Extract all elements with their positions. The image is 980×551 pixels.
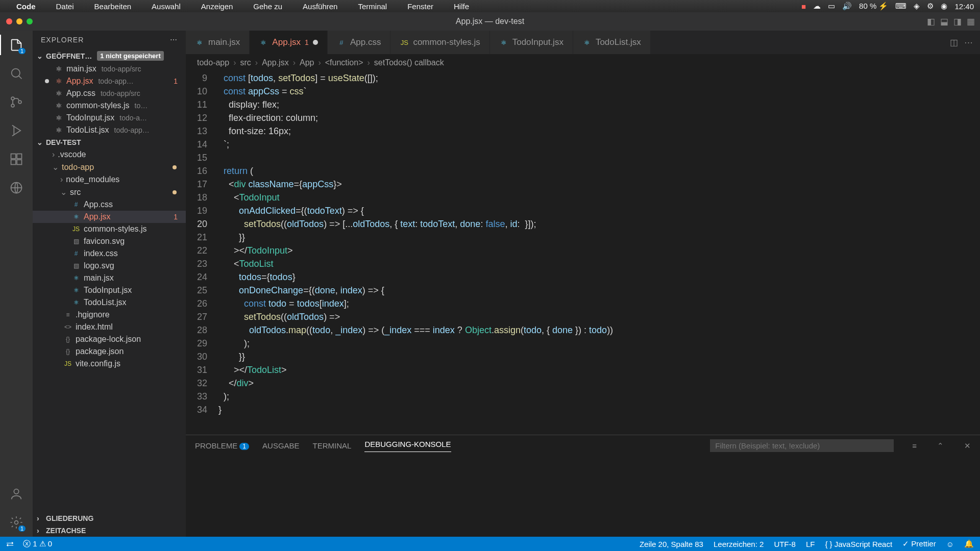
minimize-window[interactable] — [16, 18, 22, 24]
display-icon[interactable]: ▭ — [828, 2, 835, 11]
open-file-TodoList.jsx[interactable]: ⚛ TodoList.jsx todo-app… — [33, 124, 186, 136]
mac-menu-hilfe[interactable]: Hilfe — [454, 2, 469, 11]
tree-item-.vscode[interactable]: › .vscode — [33, 148, 186, 161]
breadcrumb-seg[interactable]: App — [300, 58, 314, 67]
tab-common-styles.js[interactable]: JS common-styles.js — [390, 31, 489, 54]
explorer-icon[interactable]: 1 — [8, 37, 24, 53]
mac-menu-auswahl[interactable]: Auswahl — [152, 2, 181, 11]
outline-header[interactable]: ›GLIEDERUNG — [33, 512, 186, 524]
code-editor[interactable]: 9101112131415161718192021222324252627282… — [186, 71, 980, 435]
tab-TodoList.jsx[interactable]: ⚛ TodoList.jsx — [573, 31, 651, 54]
filter-icon[interactable]: ≡ — [912, 441, 917, 450]
keyboard-icon[interactable]: ⌨ — [895, 2, 906, 11]
eol-status[interactable]: LF — [806, 540, 815, 548]
cloud-icon[interactable]: ☁ — [813, 2, 821, 11]
minimap[interactable] — [934, 71, 980, 435]
wifi-icon[interactable]: ◈ — [914, 2, 920, 11]
mac-menu-ausführen[interactable]: Ausführen — [303, 2, 337, 11]
tree-item-TodoList.jsx[interactable]: ⚛ TodoList.jsx — [33, 296, 186, 309]
breadcrumb-seg[interactable]: todo-app — [197, 58, 229, 67]
tree-item-TodoInput.jsx[interactable]: ⚛ TodoInput.jsx — [33, 284, 186, 296]
mac-menu-terminal[interactable]: Terminal — [358, 2, 387, 11]
tree-item-main.jsx[interactable]: ⚛ main.jsx — [33, 272, 186, 284]
open-file-App.css[interactable]: ⚛ App.css todo-app/src — [33, 87, 186, 99]
fullscreen-window[interactable] — [27, 18, 33, 24]
search-icon[interactable] — [8, 65, 24, 82]
open-file-common-styles.js[interactable]: ⚛ common-styles.js to… — [33, 99, 186, 112]
remote-status-icon[interactable]: ⮂ — [6, 540, 14, 548]
tree-item-src[interactable]: ⌄ src — [33, 186, 186, 198]
tab-label: main.jsx — [208, 37, 240, 47]
tree-item-vite.config.js[interactable]: JS vite.config.js — [33, 358, 186, 370]
close-panel-icon[interactable]: ✕ — [964, 441, 971, 450]
panel-tab-AUSGABE[interactable]: AUSGABE — [262, 441, 300, 450]
svg-rect-7 — [17, 154, 21, 159]
breadcrumb-seg[interactable]: setTodos() callback — [374, 58, 444, 67]
split-editor-icon[interactable]: ◫ — [950, 37, 958, 48]
sound-icon[interactable]: 🔊 — [842, 2, 852, 11]
timeline-header[interactable]: ›ZEITACHSE — [33, 524, 186, 537]
indent-status[interactable]: Leerzeichen: 2 — [714, 540, 764, 548]
more-icon[interactable]: ⋯ — [170, 36, 178, 44]
tree-item-.hgignore[interactable]: ≡ .hgignore — [33, 309, 186, 321]
layout-grid-icon[interactable]: ▦ — [967, 16, 975, 27]
mac-menu-bearbeiten[interactable]: Bearbeiten — [94, 2, 132, 11]
open-file-TodoInput.jsx[interactable]: ⚛ TodoInput.jsx todo-a… — [33, 112, 186, 124]
tab-TodoInput.jsx[interactable]: ⚛ TodoInput.jsx — [490, 31, 573, 54]
language-status[interactable]: { } JavaScript React — [825, 540, 892, 548]
open-file-App.jsx[interactable]: ⚛ App.jsx todo-app… 1 — [33, 75, 186, 87]
bell-icon[interactable]: 🔔 — [964, 539, 974, 548]
encoding-status[interactable]: UTF-8 — [774, 540, 796, 548]
error-count[interactable]: ⓧ 1 ⚠ 0 — [23, 539, 52, 549]
mac-menu-datei[interactable]: Datei — [56, 2, 74, 11]
open-editors-header[interactable]: ⌄GEÖFFNET… 1 nicht gespeichert — [33, 49, 186, 63]
siri-icon[interactable]: ◉ — [941, 2, 947, 11]
tree-item-common-styles.js[interactable]: JS common-styles.js — [33, 223, 186, 235]
tab-main.jsx[interactable]: ⚛ main.jsx — [186, 31, 250, 54]
tab-more-icon[interactable]: ⋯ — [964, 37, 973, 48]
tree-item-package.json[interactable]: {} package.json — [33, 345, 186, 358]
mac-menu-gehe zu[interactable]: Gehe zu — [253, 2, 282, 11]
tab-App.jsx[interactable]: ⚛ App.jsx 1 — [250, 31, 328, 54]
layout-left-icon[interactable]: ◧ — [927, 16, 935, 27]
open-file-main.jsx[interactable]: ⚛ main.jsx todo-app/src — [33, 63, 186, 75]
tree-item-label: .vscode — [58, 150, 86, 159]
project-header[interactable]: ⌄DEV-TEST — [33, 136, 186, 148]
panel-filter-input[interactable] — [710, 439, 894, 452]
extensions-icon[interactable] — [8, 151, 24, 167]
cursor-position[interactable]: Zeile 20, Spalte 83 — [640, 540, 703, 548]
breadcrumb-seg[interactable]: App.jsx — [262, 58, 288, 67]
breadcrumb[interactable]: todo-app ›src ›App.jsx ›App ›<function> … — [186, 54, 980, 71]
breadcrumb-seg[interactable]: <function> — [325, 58, 363, 67]
panel-tab-TERMINAL[interactable]: TERMINAL — [313, 441, 352, 450]
tree-item-logo.svg[interactable]: ▧ logo.svg — [33, 260, 186, 272]
tree-item-node_modules[interactable]: › node_modules — [33, 173, 186, 186]
feedback-icon[interactable]: ☺ — [946, 540, 954, 548]
tree-item-todo-app[interactable]: ⌄ todo-app — [33, 161, 186, 173]
account-icon[interactable] — [8, 486, 24, 502]
mac-menu-code[interactable]: Code — [16, 2, 36, 11]
expand-panel-icon[interactable]: ⌃ — [937, 441, 944, 450]
tree-item-index.css[interactable]: # index.css — [33, 247, 186, 260]
tree-item-App.jsx[interactable]: ⚛ App.jsx 1 — [33, 211, 186, 223]
layout-bottom-icon[interactable]: ⬓ — [940, 16, 948, 27]
panel-tab-DEBUGGING-KONSOLE[interactable]: DEBUGGING-KONSOLE — [364, 440, 451, 452]
control-center-icon[interactable]: ⚙ — [927, 2, 934, 11]
tree-item-package-lock.json[interactable]: {} package-lock.json — [33, 333, 186, 345]
tree-item-index.html[interactable]: <> index.html — [33, 321, 186, 333]
mac-menu-fenster[interactable]: Fenster — [407, 2, 433, 11]
tab-App.css[interactable]: # App.css — [328, 31, 390, 54]
layout-right-icon[interactable]: ◨ — [953, 16, 962, 27]
debug-icon[interactable] — [8, 122, 24, 139]
tree-item-favicon.svg[interactable]: ▧ favicon.svg — [33, 235, 186, 247]
prettier-status[interactable]: ✓ Prettier — [902, 539, 936, 548]
breadcrumb-seg[interactable]: src — [240, 58, 251, 67]
clock[interactable]: 12:40 — [954, 2, 974, 11]
remote-icon[interactable] — [8, 180, 24, 196]
panel-tab-PROBLEME[interactable]: PROBLEME1 — [195, 441, 249, 450]
tree-item-App.css[interactable]: # App.css — [33, 198, 186, 211]
settings-gear-icon[interactable]: 1 — [8, 514, 24, 531]
source-control-icon[interactable] — [8, 94, 24, 110]
mac-menu-anzeigen[interactable]: Anzeigen — [201, 2, 233, 11]
close-window[interactable] — [6, 18, 12, 24]
